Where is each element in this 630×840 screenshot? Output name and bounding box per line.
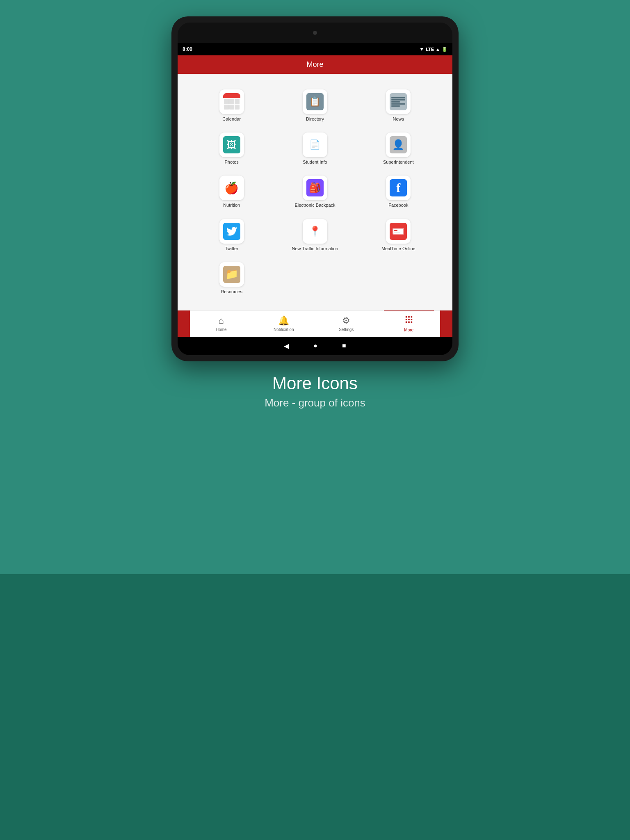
android-nav: ◀ ● ■ [178, 337, 452, 355]
svg-rect-8 [408, 319, 410, 320]
bottom-nav: ⌂ Home 🔔 Notification ⚙ Settings [178, 310, 452, 337]
nav-item-more[interactable]: More [378, 310, 441, 337]
mealtime-icon [390, 223, 407, 240]
studentinfo-icon-box: 📄 [303, 132, 327, 157]
twitter-icon [223, 223, 240, 240]
wifi-icon: ▼ [419, 46, 424, 52]
twitter-label: Twitter [225, 246, 238, 251]
icon-item-twitter[interactable]: Twitter [190, 216, 273, 255]
superintendent-icon-box: 👤 [386, 132, 411, 157]
icon-item-traffic[interactable]: 📍 New Traffic Information [273, 216, 356, 255]
nutrition-label: Nutrition [223, 203, 240, 208]
icon-item-resources[interactable]: 📁 Resources [190, 259, 273, 298]
svg-rect-11 [408, 322, 410, 323]
news-icon [390, 93, 407, 110]
icon-item-mealtime[interactable]: MealTime Online [357, 216, 440, 255]
battery-icon: 🔋 [442, 47, 447, 52]
directory-icon-box: 📋 [303, 89, 327, 114]
photos-label: Photos [225, 160, 239, 165]
directory-label: Directory [306, 116, 324, 122]
twitter-icon-box [219, 219, 244, 244]
svg-rect-10 [406, 322, 407, 323]
traffic-label: New Traffic Information [292, 246, 338, 251]
superintendent-label: Superintendent [383, 160, 414, 165]
back-button[interactable]: ◀ [284, 342, 289, 350]
svg-rect-5 [408, 316, 410, 318]
icon-item-facebook[interactable]: f Facebook [357, 172, 440, 211]
facebook-label: Facebook [388, 203, 408, 208]
icon-item-photos[interactable]: 🖼 Photos [190, 129, 273, 168]
news-label: News [393, 116, 404, 122]
resources-icon: 📁 [223, 266, 240, 283]
directory-icon: 📋 [306, 93, 324, 110]
svg-rect-7 [406, 319, 407, 320]
svg-rect-2 [394, 230, 397, 231]
icon-item-ebackpack[interactable]: 🎒 Electronic Backpack [273, 172, 356, 211]
settings-label: Settings [339, 327, 354, 332]
svg-rect-6 [411, 316, 412, 318]
status-time: 8:00 [183, 46, 192, 52]
camera-dot [313, 31, 317, 35]
nutrition-icon-box: 🍎 [219, 176, 244, 200]
icon-item-news[interactable]: News [357, 86, 440, 125]
traffic-icon: 📍 [306, 223, 324, 240]
more-icon [404, 315, 413, 326]
notification-label: Notification [274, 327, 294, 332]
home-button[interactable]: ● [313, 342, 317, 349]
nutrition-icon: 🍎 [223, 179, 240, 196]
nav-side-right [440, 310, 452, 337]
svg-rect-12 [411, 322, 412, 323]
svg-rect-9 [411, 319, 412, 320]
ebackpack-icon-box: 🎒 [303, 176, 327, 200]
recents-button[interactable]: ■ [342, 342, 346, 349]
home-label: Home [216, 327, 227, 332]
notification-icon: 🔔 [278, 315, 289, 326]
footer-title: More Icons [265, 374, 365, 393]
mealtime-icon-box [386, 219, 411, 244]
facebook-icon: f [390, 179, 407, 196]
resources-label: Resources [221, 289, 242, 294]
app-title: More [306, 60, 323, 69]
traffic-icon-box: 📍 [303, 219, 327, 244]
studentinfo-icon: 📄 [306, 136, 324, 153]
icon-item-directory[interactable]: 📋 Directory [273, 86, 356, 125]
app-header: More [178, 55, 452, 74]
footer-subtitle: More - group of icons [265, 397, 365, 409]
svg-rect-1 [393, 229, 403, 234]
nav-item-notification[interactable]: 🔔 Notification [253, 310, 315, 337]
icon-grid: Calendar 📋 Directory [190, 82, 440, 302]
photos-icon-box: 🖼 [219, 132, 244, 157]
superintendent-icon: 👤 [390, 136, 407, 153]
mealtime-label: MealTime Online [381, 246, 415, 251]
home-icon: ⌂ [219, 315, 224, 326]
ebackpack-label: Electronic Backpack [294, 203, 335, 208]
calendar-label: Calendar [222, 116, 241, 122]
icon-item-calendar[interactable]: Calendar [190, 86, 273, 125]
icon-item-nutrition[interactable]: 🍎 Nutrition [190, 172, 273, 211]
settings-icon: ⚙ [342, 315, 350, 326]
tablet-top-bar [178, 23, 452, 43]
nav-item-home[interactable]: ⌂ Home [190, 310, 253, 337]
nav-side-left [178, 310, 190, 337]
ebackpack-icon: 🎒 [306, 179, 324, 196]
svg-rect-3 [394, 232, 400, 233]
news-icon-box [386, 89, 411, 114]
calendar-icon [223, 93, 240, 110]
svg-rect-4 [406, 316, 407, 318]
studentinfo-label: Student Info [303, 160, 327, 165]
resources-icon-box: 📁 [219, 262, 244, 287]
status-right: ▼ LTE ▲ 🔋 [419, 46, 447, 52]
icon-item-superintendent[interactable]: 👤 Superintendent [357, 129, 440, 168]
bottom-text-section: More Icons More - group of icons [265, 374, 365, 409]
lte-label: LTE [426, 47, 434, 52]
icon-item-studentinfo[interactable]: 📄 Student Info [273, 129, 356, 168]
status-bar: 8:00 ▼ LTE ▲ 🔋 [178, 43, 452, 55]
calendar-icon-box [219, 89, 244, 114]
facebook-icon-box: f [386, 176, 411, 200]
signal-bars: ▲ [436, 47, 440, 52]
photos-icon: 🖼 [223, 136, 240, 153]
more-label: More [404, 328, 413, 332]
app-content: Calendar 📋 Directory [178, 74, 452, 310]
tablet-device: 8:00 ▼ LTE ▲ 🔋 More [171, 16, 459, 361]
nav-item-settings[interactable]: ⚙ Settings [315, 310, 378, 337]
